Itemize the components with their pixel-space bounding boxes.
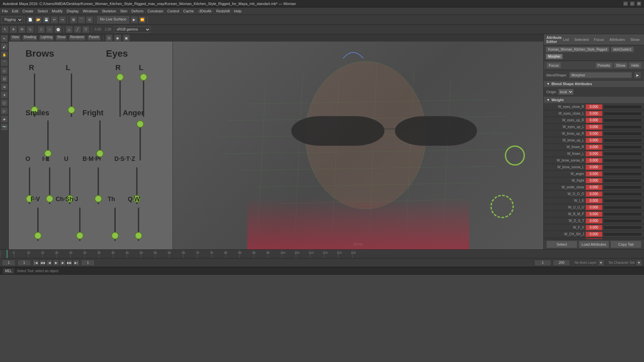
weight-val-2[interactable] xyxy=(586,118,602,123)
copy-tab-button[interactable]: Copy Tab xyxy=(610,241,641,248)
weight-val-7[interactable] xyxy=(586,151,602,157)
hide-button[interactable]: Hide xyxy=(629,62,641,68)
attr-tab-list[interactable]: List xyxy=(562,37,570,42)
undo-btn[interactable]: ↩ xyxy=(51,16,58,23)
node-tab-skin[interactable]: skinCluster1 xyxy=(611,47,634,52)
weight-slider-15[interactable] xyxy=(604,206,642,209)
vp-panels-menu[interactable]: Panels xyxy=(87,35,101,41)
render-btn[interactable]: ▶ xyxy=(130,16,138,23)
redo-btn[interactable]: ↪ xyxy=(59,16,66,23)
weight-val-13[interactable] xyxy=(586,191,602,197)
menu-item-skin[interactable]: Skin xyxy=(120,9,127,13)
vp-texture[interactable]: ▣ xyxy=(123,34,130,42)
menu-item-control[interactable]: Control xyxy=(167,9,179,13)
weight-slider-0[interactable] xyxy=(604,106,642,108)
load-attributes-button[interactable]: Load Attributes xyxy=(579,241,609,248)
weight-slider-13[interactable] xyxy=(604,193,642,195)
menu-item-edit[interactable]: Edit xyxy=(12,9,18,13)
lasso-mode[interactable]: ○ xyxy=(46,26,53,33)
weight-row-16[interactable]: W_B_M_P xyxy=(544,211,644,218)
vp-view-menu[interactable]: View xyxy=(10,35,21,41)
weight-val-9[interactable] xyxy=(586,165,602,170)
deform-lt[interactable]: ≋ xyxy=(1,83,8,90)
maximize-button[interactable]: □ xyxy=(630,1,635,6)
skin-lt[interactable]: ⬡ xyxy=(1,99,8,107)
weight-row-5[interactable]: W_brow_up_L xyxy=(544,137,644,144)
weight-slider-6[interactable] xyxy=(604,146,642,148)
presets-button[interactable]: Presets xyxy=(595,62,612,68)
weight-row-9[interactable]: W_brow_sorow_L xyxy=(544,164,644,171)
menu-item-file[interactable]: File xyxy=(2,9,8,13)
rig-circle-2[interactable] xyxy=(490,195,514,218)
weight-slider-10[interactable] xyxy=(604,173,642,175)
attr-tab-attributes[interactable]: Attributes xyxy=(608,37,626,42)
minimize-button[interactable]: — xyxy=(623,1,628,6)
weight-row-11[interactable]: W_fright xyxy=(544,177,644,184)
range-end[interactable] xyxy=(553,260,570,266)
frame-current-input[interactable] xyxy=(17,260,31,266)
weight-val-18[interactable] xyxy=(586,225,602,230)
rig-lt[interactable]: ✦ xyxy=(1,91,8,99)
weight-slider-9[interactable] xyxy=(604,166,642,169)
fv-handle[interactable] xyxy=(34,232,42,239)
weight-val-10[interactable] xyxy=(586,171,602,177)
anger-handle[interactable] xyxy=(137,120,144,128)
weight-row-15[interactable]: W_U_U_U xyxy=(544,204,644,211)
weight-val-17[interactable] xyxy=(586,218,602,224)
lang-button[interactable]: MEL xyxy=(3,268,14,274)
menu-item-help[interactable]: Help xyxy=(234,9,241,13)
snap-vertex[interactable]: △ xyxy=(65,26,73,33)
weight-row-18[interactable]: W_F_V xyxy=(544,224,644,231)
eye-r-handle[interactable] xyxy=(116,73,124,81)
weight-row-19[interactable]: W_CH_SH_J xyxy=(544,231,644,238)
sculpt-lt[interactable]: ✋ xyxy=(1,51,8,58)
select-lt[interactable]: ↖ xyxy=(1,35,8,42)
prev-key-btn[interactable]: ◀◀ xyxy=(40,260,46,266)
next-key-btn[interactable]: ▶▶ xyxy=(66,260,72,266)
weight-val-5[interactable] xyxy=(586,138,602,143)
prev-frame-btn[interactable]: ◀ xyxy=(46,260,52,266)
render-lt[interactable]: ◈ xyxy=(1,115,8,123)
weight-slider-14[interactable] xyxy=(604,199,642,202)
attr-tab-selected[interactable]: Selected xyxy=(573,37,590,42)
vp-lighting-menu[interactable]: Lighting xyxy=(39,35,54,41)
weight-val-12[interactable] xyxy=(586,185,602,190)
paint-lt[interactable]: 🖌 xyxy=(1,43,8,50)
attr-tab-show[interactable]: Show xyxy=(629,37,641,42)
menu-item-display[interactable]: Display xyxy=(67,9,79,13)
select-button[interactable]: Select xyxy=(546,241,577,248)
timeline-playhead[interactable] xyxy=(7,250,7,258)
weight-val-8[interactable] xyxy=(586,158,602,163)
surface-lt[interactable]: ⊡ xyxy=(1,75,8,82)
rotate-tool[interactable]: ⟲ xyxy=(18,26,25,33)
weight-slider-1[interactable] xyxy=(604,112,642,115)
weight-val-14[interactable] xyxy=(586,198,602,203)
weight-slider-7[interactable] xyxy=(604,153,642,155)
weight-slider-16[interactable] xyxy=(604,213,642,216)
vp-show-menu[interactable]: Show xyxy=(55,35,67,41)
menu-item-deform[interactable]: Deform xyxy=(131,9,144,13)
weight-slider-18[interactable] xyxy=(604,226,642,229)
vp-smooth[interactable]: ◉ xyxy=(114,34,121,42)
move-tool[interactable]: ✛ xyxy=(10,26,17,33)
snap-edge[interactable]: ╱ xyxy=(74,26,81,33)
weight-val-19[interactable] xyxy=(586,232,602,237)
menu-item-skeleton[interactable]: Skeleton xyxy=(102,9,116,13)
menu-item-windows[interactable]: Windows xyxy=(83,9,98,13)
render-seq[interactable]: ⏩ xyxy=(139,16,146,23)
weight-row-13[interactable]: W_O_O_O xyxy=(544,191,644,197)
attr-tab-focus[interactable]: Focus xyxy=(593,37,605,42)
range-start[interactable] xyxy=(534,260,551,266)
vp-shading-menu[interactable]: Shading xyxy=(22,35,38,41)
blend-shape-attrs-header[interactable]: ▼ Blend Shape Attributes xyxy=(544,80,644,87)
snap-point[interactable]: ⊙ xyxy=(86,16,93,23)
new-btn[interactable]: 📄 xyxy=(26,16,34,23)
anim-lt[interactable]: ▷ xyxy=(1,107,8,115)
paint-mode[interactable]: ⬤ xyxy=(54,26,62,33)
ie-handle[interactable] xyxy=(46,195,53,202)
weight-slider-12[interactable] xyxy=(604,186,642,189)
weight-slider-11[interactable] xyxy=(604,179,642,182)
polygon-lt[interactable]: ◇ xyxy=(1,67,8,74)
close-button[interactable]: ✕ xyxy=(637,1,641,6)
weight-val-15[interactable] xyxy=(586,205,602,210)
